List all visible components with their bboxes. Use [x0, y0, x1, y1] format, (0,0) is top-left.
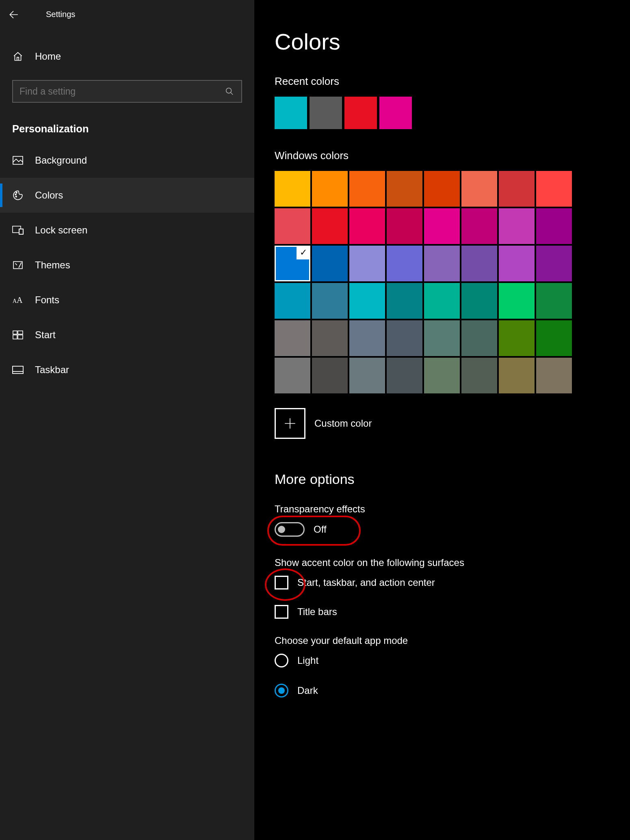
color-swatch[interactable]: [424, 283, 460, 319]
color-swatch[interactable]: [461, 358, 497, 393]
checkbox-label: Title bars: [297, 606, 337, 618]
plus-icon: [283, 417, 297, 430]
color-swatch[interactable]: [275, 208, 310, 244]
check-icon: ✓: [297, 246, 310, 259]
sidebar-home[interactable]: Home: [0, 42, 254, 71]
color-swatch[interactable]: [312, 283, 348, 319]
color-swatch[interactable]: [424, 246, 460, 281]
sidebar-item-label: Lock screen: [35, 225, 87, 236]
sidebar-item-label: Fonts: [35, 294, 59, 306]
color-swatch[interactable]: [349, 208, 385, 244]
accent-surfaces-title: Show accent color on the following surfa…: [275, 557, 610, 568]
color-swatch[interactable]: [424, 171, 460, 207]
color-swatch[interactable]: [349, 283, 385, 319]
back-button[interactable]: [0, 3, 26, 26]
color-swatch[interactable]: [536, 358, 572, 393]
color-swatch[interactable]: [536, 208, 572, 244]
color-swatch[interactable]: [312, 320, 348, 356]
color-swatch[interactable]: [424, 320, 460, 356]
custom-color-button[interactable]: [275, 408, 305, 439]
sidebar-item-start[interactable]: Start: [0, 317, 254, 352]
windows-colors-title: Windows colors: [275, 149, 610, 162]
radio[interactable]: [275, 654, 288, 667]
color-swatch[interactable]: [499, 246, 535, 281]
color-swatch[interactable]: [387, 320, 422, 356]
background-icon: [12, 156, 24, 165]
color-swatch[interactable]: [312, 171, 348, 207]
fonts-icon: AA: [12, 296, 24, 304]
recent-colors-title: Recent colors: [275, 75, 610, 88]
app-title: Settings: [26, 10, 75, 19]
radio[interactable]: [275, 684, 288, 697]
color-swatch[interactable]: [387, 358, 422, 393]
search-icon: [225, 87, 234, 96]
svg-rect-12: [18, 331, 23, 334]
sidebar-item-colors[interactable]: Colors: [0, 178, 254, 213]
color-swatch[interactable]: [461, 246, 497, 281]
color-swatch[interactable]: ✓: [275, 246, 310, 281]
color-swatch[interactable]: [275, 283, 310, 319]
sidebar: Settings Home Personalization Background…: [0, 0, 254, 840]
svg-rect-11: [13, 331, 17, 334]
transparency-toggle[interactable]: [275, 522, 305, 537]
color-swatch[interactable]: [387, 246, 422, 281]
start-icon: [12, 330, 24, 339]
color-swatch[interactable]: [349, 358, 385, 393]
sidebar-item-background[interactable]: Background: [0, 143, 254, 178]
color-swatch[interactable]: [536, 246, 572, 281]
app-mode-option[interactable]: Light: [275, 654, 610, 667]
color-swatch[interactable]: [499, 283, 535, 319]
color-swatch[interactable]: [499, 208, 535, 244]
sidebar-item-label: Colors: [35, 190, 63, 201]
color-swatch[interactable]: [424, 358, 460, 393]
recent-color-swatch[interactable]: [344, 97, 377, 129]
svg-point-4: [15, 196, 17, 197]
color-swatch[interactable]: [312, 358, 348, 393]
color-swatch[interactable]: [275, 358, 310, 393]
color-swatch[interactable]: [349, 246, 385, 281]
sidebar-item-label: Themes: [35, 259, 70, 271]
arrow-left-icon: [8, 9, 19, 20]
app-mode-option[interactable]: Dark: [275, 684, 610, 697]
color-swatch[interactable]: [536, 283, 572, 319]
recent-color-swatch[interactable]: [275, 97, 307, 129]
color-swatch[interactable]: [387, 283, 422, 319]
svg-point-0: [226, 88, 232, 93]
recent-colors-row: [275, 97, 610, 129]
sidebar-item-lock-screen[interactable]: Lock screen: [0, 213, 254, 248]
color-swatch[interactable]: [536, 320, 572, 356]
color-swatch[interactable]: [499, 358, 535, 393]
color-swatch[interactable]: [461, 320, 497, 356]
color-swatch[interactable]: [461, 283, 497, 319]
svg-rect-13: [13, 335, 17, 339]
search-input[interactable]: [12, 80, 242, 103]
more-options-title: More options: [275, 471, 610, 487]
color-swatch[interactable]: [536, 171, 572, 207]
themes-icon: [12, 260, 24, 270]
recent-color-swatch[interactable]: [379, 97, 412, 129]
color-swatch[interactable]: [424, 208, 460, 244]
color-swatch[interactable]: [499, 320, 535, 356]
sidebar-item-fonts[interactable]: AAFonts: [0, 283, 254, 317]
custom-color-label: Custom color: [314, 418, 372, 429]
color-swatch[interactable]: [275, 171, 310, 207]
svg-text:A: A: [17, 296, 23, 304]
checkbox[interactable]: [275, 605, 288, 619]
color-swatch[interactable]: [387, 208, 422, 244]
color-swatch[interactable]: [499, 171, 535, 207]
color-swatch[interactable]: [312, 208, 348, 244]
sidebar-item-taskbar[interactable]: Taskbar: [0, 352, 254, 387]
color-swatch[interactable]: [461, 208, 497, 244]
color-swatch[interactable]: [387, 171, 422, 207]
color-swatch[interactable]: [312, 246, 348, 281]
color-swatch[interactable]: [349, 320, 385, 356]
recent-color-swatch[interactable]: [310, 97, 342, 129]
color-swatch[interactable]: [275, 320, 310, 356]
toggle-knob: [278, 526, 285, 533]
checkbox[interactable]: [275, 576, 288, 590]
windows-colors-grid: ✓: [275, 171, 610, 393]
svg-rect-15: [13, 366, 23, 374]
color-swatch[interactable]: [461, 171, 497, 207]
color-swatch[interactable]: [349, 171, 385, 207]
sidebar-item-themes[interactable]: Themes: [0, 248, 254, 283]
